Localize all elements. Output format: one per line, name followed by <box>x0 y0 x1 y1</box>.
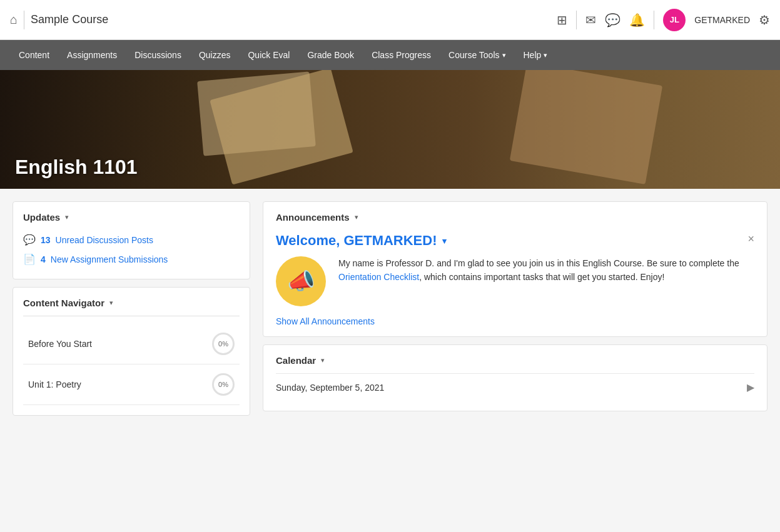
avatar[interactable]: JL <box>663 9 686 31</box>
announcement-text: My name is Professor D. and I'm glad to … <box>338 256 754 284</box>
calendar-date-row: Sunday, September 5, 2021 ▶ <box>276 373 754 401</box>
content-nav-item-label-0: Before You Start <box>28 339 92 349</box>
coursetools-chevron: ▾ <box>502 51 506 59</box>
announcement-text-before: My name is Professor D. and I'm glad to … <box>338 258 739 268</box>
close-announcement-button[interactable]: × <box>747 233 754 246</box>
top-bar: ⌂ Sample Course ⊞ ✉ 💬 🔔 JL GETMARKED ⚙ <box>0 0 780 40</box>
main-content: Updates ▾ 💬 13 Unread Discussion Posts 📄… <box>0 189 780 428</box>
content-nav-item-label-1: Unit 1: Poetry <box>28 379 81 389</box>
content-nav-item-poetry[interactable]: Unit 1: Poetry 0% <box>23 364 240 405</box>
right-panel: Announcements ▾ Welcome, GETMARKED! ▾ × … <box>263 201 767 411</box>
divider2 <box>576 11 577 29</box>
nav-item-content[interactable]: Content <box>10 40 58 70</box>
username-label: GETMARKED <box>694 15 750 25</box>
calendar-title: Calendar <box>276 355 316 366</box>
megaphone-emoji: 📣 <box>287 268 315 294</box>
content-nav-chevron[interactable]: ▾ <box>109 299 113 307</box>
updates-chevron[interactable]: ▾ <box>65 213 69 221</box>
welcome-chevron[interactable]: ▾ <box>442 236 447 246</box>
unread-count: 13 <box>41 235 51 245</box>
divider <box>24 11 24 29</box>
calendar-date: Sunday, September 5, 2021 <box>276 383 384 393</box>
announcement-body: 📣 My name is Professor D. and I'm glad t… <box>276 256 754 306</box>
content-nav-header: Content Navigator ▾ <box>23 298 240 308</box>
nav-item-quickeval[interactable]: Quick Eval <box>239 40 298 70</box>
content-navigator-card: Content Navigator ▾ Before You Start 0% … <box>13 287 250 416</box>
announcement-text-after: , which contains important tasks that wi… <box>419 272 664 282</box>
gear-icon[interactable]: ⚙ <box>759 13 770 28</box>
assignment-icon: 📄 <box>23 253 36 265</box>
welcome-title: Welcome, GETMARKED! ▾ <box>276 233 447 249</box>
nav-bar: Content Assignments Discussions Quizzes … <box>0 40 780 70</box>
megaphone-icon: 📣 <box>276 256 326 306</box>
updates-title: Updates <box>23 212 60 223</box>
hero-course-title: English 1101 <box>0 146 153 189</box>
progress-circle-1: 0% <box>212 373 235 396</box>
home-icon[interactable]: ⌂ <box>10 13 18 27</box>
announcements-chevron[interactable]: ▾ <box>355 213 358 221</box>
course-title: Sample Course <box>31 13 108 26</box>
unread-discussions-item[interactable]: 💬 13 Unread Discussion Posts <box>23 230 240 249</box>
grid-icon[interactable]: ⊞ <box>557 13 567 28</box>
book-shape-3 <box>510 70 662 184</box>
divider3 <box>654 11 654 29</box>
calendar-header: Calendar ▾ <box>276 355 754 366</box>
help-chevron: ▾ <box>544 51 547 59</box>
nav-item-assignments[interactable]: Assignments <box>58 40 126 70</box>
left-panel: Updates ▾ 💬 13 Unread Discussion Posts 📄… <box>13 201 250 416</box>
discussion-icon: 💬 <box>23 234 36 246</box>
calendar-next-arrow[interactable]: ▶ <box>747 381 754 393</box>
nav-item-classprogress[interactable]: Class Progress <box>363 40 440 70</box>
mail-icon[interactable]: ✉ <box>585 13 596 28</box>
unread-label: Unread Discussion Posts <box>56 235 153 245</box>
assignment-label: New Assignment Submissions <box>51 254 168 264</box>
assignment-count: 4 <box>41 254 46 264</box>
announcements-header: Announcements ▾ <box>276 212 754 223</box>
content-nav-item-beforeyoustart[interactable]: Before You Start 0% <box>23 324 240 364</box>
new-assignment-item[interactable]: 📄 4 New Assignment Submissions <box>23 249 240 269</box>
updates-card: Updates ▾ 💬 13 Unread Discussion Posts 📄… <box>13 201 250 279</box>
orientation-checklist-link[interactable]: Orientation Checklist <box>338 272 419 282</box>
welcome-text: Welcome, GETMARKED! <box>276 233 437 249</box>
show-all-announcements-link[interactable]: Show All Announcements <box>276 316 754 326</box>
hero-banner: English 1101 <box>0 70 780 189</box>
calendar-chevron[interactable]: ▾ <box>321 356 325 364</box>
nav-item-quizzes[interactable]: Quizzes <box>190 40 240 70</box>
nav-item-coursetools[interactable]: Course Tools ▾ <box>440 40 514 70</box>
chat-icon[interactable]: 💬 <box>605 13 620 28</box>
announcements-title: Announcements <box>276 212 350 223</box>
progress-circle-0: 0% <box>212 333 235 355</box>
announcements-card: Announcements ▾ Welcome, GETMARKED! ▾ × … <box>263 201 767 337</box>
bell-icon[interactable]: 🔔 <box>629 13 645 28</box>
updates-header: Updates ▾ <box>23 212 240 223</box>
content-nav-title: Content Navigator <box>23 298 104 308</box>
nav-item-gradebook[interactable]: Grade Book <box>298 40 363 70</box>
calendar-card: Calendar ▾ Sunday, September 5, 2021 ▶ <box>263 344 767 411</box>
nav-item-discussions[interactable]: Discussions <box>126 40 190 70</box>
top-bar-left: ⌂ Sample Course <box>10 11 557 29</box>
nav-item-help[interactable]: Help ▾ <box>515 40 557 70</box>
content-nav-list: Before You Start 0% Unit 1: Poetry 0% <box>23 316 240 405</box>
top-bar-right: ⊞ ✉ 💬 🔔 JL GETMARKED ⚙ <box>557 9 770 31</box>
announcement-welcome-row: Welcome, GETMARKED! ▾ × <box>276 233 754 249</box>
